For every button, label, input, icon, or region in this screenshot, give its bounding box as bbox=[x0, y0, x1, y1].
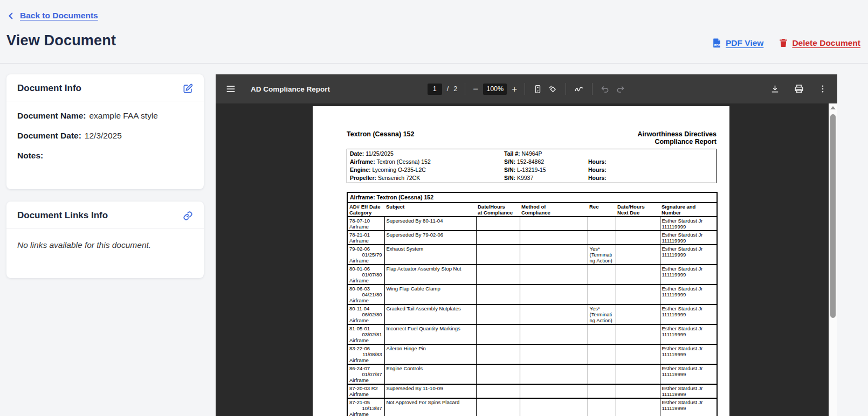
annotate-button[interactable] bbox=[574, 84, 584, 94]
document-info-fields: Document Name:example FAA styleDocument … bbox=[6, 101, 204, 181]
date-hours-next-due-cell bbox=[616, 304, 660, 324]
undo-button[interactable] bbox=[600, 84, 610, 94]
fit-page-icon bbox=[533, 84, 543, 94]
date-hours-next-due-cell bbox=[616, 344, 660, 364]
method-of-compliance-cell bbox=[520, 398, 588, 416]
rec-cell bbox=[588, 231, 616, 245]
document-links-card-header: Document Links Info bbox=[6, 202, 204, 228]
scrollbar-thumb[interactable] bbox=[830, 114, 836, 318]
document-info-title: Document Info bbox=[17, 83, 81, 94]
ad-number-cell: 78-21-01Airframe bbox=[347, 231, 384, 245]
ad-table-column-header: Date/Hoursat Compliance bbox=[476, 203, 520, 217]
svg-text:PDF: PDF bbox=[714, 44, 721, 47]
subject-cell: Exhaust System bbox=[384, 245, 476, 265]
total-pages: 2 bbox=[453, 85, 457, 93]
subject-cell: Superseded By 11-10-09 bbox=[384, 384, 476, 398]
info-box-cell: Hours: bbox=[588, 166, 713, 174]
method-of-compliance-cell bbox=[520, 217, 588, 231]
ad-number-cell: 87-20-03 R2Airframe bbox=[347, 384, 384, 398]
signature-cell: Esther Stardust Jr111119999 bbox=[660, 231, 717, 245]
signature-cell: Esther Stardust Jr111119999 bbox=[660, 384, 717, 398]
info-box-cell: Propeller: Sensenich 72CK bbox=[350, 174, 504, 182]
ad-number-cell: 86-24-0701/07/87Airframe bbox=[347, 364, 384, 384]
delete-document-link[interactable]: Delete Document bbox=[779, 38, 860, 48]
zoom-out-button[interactable]: − bbox=[473, 85, 478, 94]
date-hours-next-due-cell bbox=[616, 384, 660, 398]
print-button[interactable] bbox=[794, 84, 804, 94]
rec-cell bbox=[588, 285, 616, 304]
rec-cell bbox=[588, 265, 616, 285]
method-of-compliance-cell bbox=[520, 304, 588, 324]
document-info-field: Document Date:12/3/2025 bbox=[17, 131, 193, 141]
info-box-cell: S/N: K9937 bbox=[504, 174, 588, 182]
aircraft-title: Textron (Cessna) 152 bbox=[347, 130, 415, 145]
date-hours-compliance-cell bbox=[476, 245, 520, 265]
table-row: 87-21-0510/13/87AirframeNot Approved For… bbox=[347, 398, 717, 416]
date-hours-compliance-cell bbox=[476, 384, 520, 398]
rotate-icon bbox=[548, 84, 558, 94]
zoom-in-button[interactable]: + bbox=[512, 85, 517, 94]
table-row: 81-05-0103/02/81AirframeIncorrect Fuel Q… bbox=[347, 324, 717, 344]
subject-cell: Cracked Tail Assembly Nutplates bbox=[384, 304, 476, 324]
document-info-card: Document Info Document Name:example FAA … bbox=[6, 74, 204, 189]
delete-document-label: Delete Document bbox=[792, 38, 860, 48]
ad-table-header-row: AD# Eff DateCategorySubjectDate/Hoursat … bbox=[347, 203, 717, 217]
pdf-toolbar: AD Compliance Report 1 / 2 − 100% + bbox=[216, 74, 837, 103]
menu-icon bbox=[225, 84, 236, 94]
toolbar-divider bbox=[525, 83, 525, 95]
rec-cell: Yes* (Terminating Action) bbox=[588, 245, 616, 265]
rotate-button[interactable] bbox=[548, 84, 558, 94]
link-icon bbox=[183, 211, 193, 221]
table-row: 86-24-0701/07/87AirframeEngine ControlsE… bbox=[347, 364, 717, 384]
fit-page-button[interactable] bbox=[533, 84, 543, 94]
table-row: 80-11-0406/02/80AirframeCracked Tail Ass… bbox=[347, 304, 717, 324]
signature-cell: Esther Stardust Jr111119999 bbox=[660, 398, 717, 416]
header-actions: PDF PDF View Delete Document bbox=[712, 38, 860, 48]
more-options-button[interactable] bbox=[818, 84, 828, 94]
viewer-menu-button[interactable] bbox=[225, 84, 236, 94]
back-to-documents-link[interactable]: Back to Documents bbox=[7, 11, 98, 20]
page-number-input[interactable]: 1 bbox=[428, 84, 442, 95]
download-button[interactable] bbox=[770, 84, 780, 94]
info-box-cell: Hours: bbox=[588, 174, 713, 182]
redo-button[interactable] bbox=[615, 84, 625, 94]
viewer-scrollbar[interactable] bbox=[829, 103, 837, 416]
page-separator: / bbox=[447, 85, 449, 93]
info-box-cell: S/N: L-13219-15 bbox=[504, 166, 588, 174]
subject-cell: Wing Flap Cable Clamp bbox=[384, 285, 476, 304]
date-hours-next-due-cell bbox=[616, 217, 660, 231]
signature-cell: Esther Stardust Jr111119999 bbox=[660, 265, 717, 285]
ad-number-cell: 78-07-10Airframe bbox=[347, 217, 384, 231]
date-hours-compliance-cell bbox=[476, 231, 520, 245]
info-box-row: Date: 11/25/2025Tail #: N4964P bbox=[347, 150, 716, 158]
annotate-icon bbox=[574, 84, 584, 94]
ad-table: Airframe: Textron (Cessna) 152 AD# Eff D… bbox=[347, 192, 718, 416]
toolbar-divider bbox=[592, 83, 593, 95]
rec-cell bbox=[588, 384, 616, 398]
pdf-content-area: Textron (Cessna) 152 Airworthiness Direc… bbox=[216, 103, 837, 416]
info-box-cell: Tail #: N4964P bbox=[504, 150, 588, 158]
date-hours-compliance-cell bbox=[476, 398, 520, 416]
subject-cell: Aileron Hinge Pin bbox=[384, 344, 476, 364]
method-of-compliance-cell bbox=[520, 344, 588, 364]
pdf-file-icon: PDF bbox=[712, 38, 722, 48]
table-row: 83-22-0611/08/83AirframeAileron Hinge Pi… bbox=[347, 344, 717, 364]
date-hours-compliance-cell bbox=[476, 265, 520, 285]
rec-cell bbox=[588, 364, 616, 384]
scroll-up-icon bbox=[830, 106, 836, 109]
date-hours-compliance-cell bbox=[476, 285, 520, 304]
date-hours-next-due-cell bbox=[616, 324, 660, 344]
subject-cell: Flap Actuator Assembly Stop Nut bbox=[384, 265, 476, 285]
edit-document-button[interactable] bbox=[183, 84, 193, 94]
rec-cell bbox=[588, 398, 616, 416]
redo-icon bbox=[615, 84, 625, 94]
document-info-field: Notes: bbox=[17, 151, 193, 161]
pdf-view-link[interactable]: PDF PDF View bbox=[712, 38, 763, 48]
signature-cell: Esther Stardust Jr111119999 bbox=[660, 324, 717, 344]
info-box-cell: S/N: 152-84862 bbox=[504, 158, 588, 166]
manage-links-button[interactable] bbox=[183, 211, 193, 221]
ad-table-body: 78-07-10AirframeSuperseded By 80-11-04Es… bbox=[347, 217, 717, 416]
method-of-compliance-cell bbox=[520, 245, 588, 265]
zoom-level-input[interactable]: 100% bbox=[483, 84, 507, 95]
scroll-up-button[interactable] bbox=[829, 103, 837, 112]
